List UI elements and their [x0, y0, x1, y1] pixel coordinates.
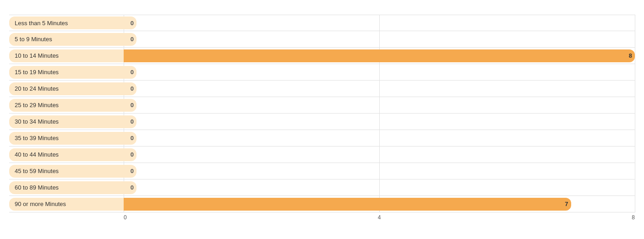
bar-row: 45 to 59 Minutes0: [9, 163, 635, 179]
bar-row: 40 to 44 Minutes0: [9, 147, 635, 163]
bar-track: 0: [124, 82, 635, 95]
bar-row: Less than 5 Minutes0: [9, 15, 635, 31]
bar-label: 10 to 14 Minutes: [9, 49, 124, 62]
bar-label: 15 to 19 Minutes: [9, 66, 124, 79]
bar-fill: 0: [124, 115, 136, 128]
bars-container: Less than 5 Minutes05 to 9 Minutes010 to…: [9, 15, 635, 212]
chart-area: Less than 5 Minutes05 to 9 Minutes010 to…: [9, 15, 635, 212]
x-axis: 048: [9, 214, 635, 221]
bar-row: 30 to 34 Minutes0: [9, 114, 635, 130]
bar-fill: 0: [124, 181, 136, 194]
bar-row: 15 to 19 Minutes0: [9, 64, 635, 81]
bar-fill: 0: [124, 82, 136, 95]
bar-track: 7: [124, 198, 635, 211]
bar-row: 35 to 39 Minutes0: [9, 130, 635, 147]
chart-container: Less than 5 Minutes05 to 9 Minutes010 to…: [0, 0, 644, 239]
bar-label: 5 to 9 Minutes: [9, 33, 124, 46]
bar-fill: 0: [124, 99, 136, 112]
bar-row: 5 to 9 Minutes0: [9, 31, 635, 48]
bar-label: 35 to 39 Minutes: [9, 132, 124, 145]
bar-track: 8: [124, 49, 635, 62]
x-axis-labels: 048: [124, 214, 635, 221]
bar-fill: 8: [124, 49, 635, 62]
bar-row: 60 to 89 Minutes0: [9, 179, 635, 196]
bar-track: 0: [124, 16, 635, 29]
bar-fill: 0: [124, 66, 136, 79]
bar-label: 90 or more Minutes: [9, 198, 124, 211]
bar-fill: 0: [124, 132, 136, 145]
bar-row: 90 or more Minutes7: [9, 196, 635, 212]
bar-track: 0: [124, 132, 635, 145]
bar-track: 0: [124, 33, 635, 46]
bar-track: 0: [124, 148, 635, 161]
bar-label: 20 to 24 Minutes: [9, 82, 124, 95]
bar-fill: 0: [124, 33, 136, 46]
bar-track: 0: [124, 66, 635, 79]
bar-track: 0: [124, 99, 635, 112]
bar-fill: 0: [124, 148, 136, 161]
x-axis-label: 4: [378, 214, 381, 221]
bar-fill: 0: [124, 165, 136, 178]
bar-label: 25 to 29 Minutes: [9, 99, 124, 112]
bar-label: Less than 5 Minutes: [9, 16, 124, 29]
bar-label: 45 to 59 Minutes: [9, 165, 124, 178]
bar-fill: 0: [124, 16, 136, 29]
bar-row: 10 to 14 Minutes8: [9, 48, 635, 64]
bar-row: 25 to 29 Minutes0: [9, 97, 635, 114]
bar-row: 20 to 24 Minutes0: [9, 81, 635, 97]
bar-label: 30 to 34 Minutes: [9, 115, 124, 128]
bar-track: 0: [124, 165, 635, 178]
x-axis-label: 8: [632, 214, 635, 221]
bar-label: 60 to 89 Minutes: [9, 181, 124, 194]
bar-label: 40 to 44 Minutes: [9, 148, 124, 161]
bar-track: 0: [124, 115, 635, 128]
grid-line: [635, 15, 635, 212]
bar-fill: 7: [124, 198, 571, 211]
bar-track: 0: [124, 181, 635, 194]
x-axis-label: 0: [124, 214, 127, 221]
